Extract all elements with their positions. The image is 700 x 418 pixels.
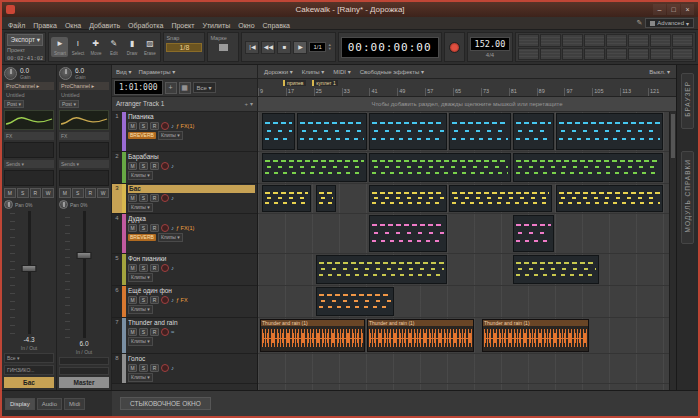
midi-clip[interactable] [369, 215, 447, 252]
audio-clip[interactable]: Thunder and rain (1) [260, 319, 365, 352]
audio-clip[interactable]: Thunder and rain (1) [482, 319, 589, 352]
track-header-5[interactable]: 5Фон пианикиMSR♪Клипы ▾ [112, 254, 257, 286]
track-lane-4[interactable] [258, 214, 669, 254]
pane-menu-2[interactable]: Клипы ▾ [302, 68, 325, 75]
track-lane-3[interactable] [258, 184, 669, 214]
menu-item-4[interactable]: Добавить [85, 22, 124, 29]
module-button-11[interactable] [562, 48, 583, 61]
grid-button[interactable]: ▦ [179, 82, 191, 94]
fx-rack-header[interactable]: FX [4, 132, 54, 140]
track-s-button[interactable]: S [139, 364, 148, 372]
tool-draw-button[interactable]: ▮Draw [123, 37, 140, 57]
loop-spinner[interactable]: ▲▼ [328, 43, 332, 51]
track-fx-button[interactable]: ƒ FX(1) [176, 225, 194, 231]
workspace-dropdown[interactable]: Advanced ▾ [645, 18, 694, 28]
midi-clip[interactable] [556, 113, 663, 150]
track-arm-button[interactable] [161, 194, 169, 202]
track-s-button[interactable]: S [139, 122, 148, 130]
strip-s-button[interactable]: S [72, 188, 84, 198]
track-s-button[interactable]: S [139, 296, 148, 304]
track-arm-button[interactable] [161, 122, 169, 130]
pan-knob[interactable] [4, 200, 13, 209]
menu-item-1[interactable]: Файл [4, 22, 29, 29]
track-header-2[interactable]: 2БарабаныMSR♪Клипы ▾ [112, 152, 257, 184]
module-button-6[interactable] [628, 34, 649, 47]
track-header-4[interactable]: 4ДудкаMSR♪ƒ FX(1)BREVERBКлипы ▾ [112, 214, 257, 254]
fx-rack[interactable] [4, 142, 54, 158]
volume-fader[interactable] [4, 211, 54, 334]
minimize-button[interactable]: – [653, 4, 666, 15]
export-button[interactable]: Экспорт ▾ [7, 34, 43, 46]
track-m-button[interactable]: M [128, 328, 137, 336]
snap-value[interactable]: 1/8 [166, 43, 202, 52]
module-button-5[interactable] [606, 34, 627, 47]
track-r-button[interactable]: R [150, 364, 159, 372]
strip-w-button[interactable]: W [97, 188, 109, 198]
prochannel-header[interactable]: ProChannel ▸ [59, 82, 109, 90]
arranger-add-icon[interactable]: + [244, 97, 248, 111]
help-module-tab[interactable]: МОДУЛЬ СПРАВКИ [681, 151, 694, 244]
strip-r-button[interactable]: R [85, 188, 97, 198]
clips-pane[interactable]: Thunder and rain (1)Thunder and rain (1)… [258, 112, 676, 390]
track-s-button[interactable]: S [139, 162, 148, 170]
module-button-16[interactable] [672, 48, 693, 61]
module-button-7[interactable] [650, 34, 671, 47]
track-fx-button[interactable]: ƒ FX [176, 297, 188, 303]
strip-m-button[interactable]: M [59, 188, 71, 198]
track-r-button[interactable]: R [150, 224, 159, 232]
mute-button[interactable]: Выкл. ▾ [649, 68, 670, 75]
track-header-1[interactable]: 1ПианикаMSR♪ƒ FX(1)BREVERBКлипы ▾ [112, 112, 257, 152]
vertical-scrollbar[interactable] [669, 112, 676, 390]
strip-w-button[interactable]: W [42, 188, 54, 198]
sends-area[interactable] [59, 170, 109, 186]
output-dropdown[interactable]: ГИНЗИКО... [4, 365, 54, 375]
track-clips-dropdown[interactable]: Клипы ▾ [128, 337, 153, 346]
midi-clip[interactable] [297, 113, 367, 150]
track-arm-button[interactable] [161, 264, 169, 272]
track-lanes[interactable]: Thunder and rain (1)Thunder and rain (1)… [258, 112, 669, 390]
track-clips-dropdown[interactable]: Клипы ▾ [128, 305, 153, 314]
fx-plugin-tag[interactable]: BREVERB [128, 234, 156, 241]
tempo-display[interactable]: 152.00 [470, 37, 511, 51]
track-clips-dropdown[interactable]: Клипы ▾ [128, 373, 153, 382]
eq-thumbnail[interactable] [59, 110, 109, 130]
midi-clip[interactable] [262, 113, 295, 150]
strip-s-button[interactable]: S [17, 188, 29, 198]
tool-select-button[interactable]: ISelect [69, 37, 86, 57]
menu-item-5[interactable]: Обработка [124, 22, 167, 29]
module-button-3[interactable] [562, 34, 583, 47]
menu-item-2[interactable]: Правка [29, 22, 61, 29]
sends-header[interactable]: Sends ▾ [4, 160, 54, 168]
add-button[interactable]: + [165, 82, 177, 94]
timeline-marker-2[interactable]: куплет 1 [312, 80, 337, 86]
midi-clip[interactable] [369, 113, 447, 150]
arranger-hint[interactable]: Чтобы добавить раздел, дважды щелкните м… [258, 97, 676, 112]
export-target-dropdown[interactable]: Проект [7, 46, 43, 54]
timeline-marker-1[interactable]: припев [283, 80, 305, 86]
track-clips-dropdown[interactable]: Клипы ▾ [128, 171, 153, 180]
fx-rack-header[interactable]: FX [59, 132, 109, 140]
stop-button[interactable]: ■ [277, 41, 291, 54]
midi-clip[interactable] [513, 215, 554, 252]
edit-workspace-icon[interactable]: ✎ [636, 19, 642, 27]
fx-plugin-tag[interactable]: BREVERB [128, 132, 156, 139]
midi-clip[interactable] [262, 153, 367, 182]
track-s-button[interactable]: S [139, 194, 148, 202]
module-button-9[interactable] [518, 48, 539, 61]
marker-flag-icon[interactable] [219, 44, 228, 51]
pane-menu-3[interactable]: MIDI ▾ [333, 68, 350, 75]
fx-rack[interactable] [59, 142, 109, 158]
prochannel-header[interactable]: ProChannel ▸ [4, 82, 54, 90]
view-menu-2[interactable]: Параметры ▾ [139, 68, 176, 75]
volume-fader[interactable] [59, 211, 109, 338]
sends-header[interactable]: Sends ▾ [59, 160, 109, 168]
eq-thumbnail[interactable] [4, 110, 54, 130]
track-arm-button[interactable] [161, 162, 169, 170]
module-button-8[interactable] [672, 34, 693, 47]
track-r-button[interactable]: R [150, 264, 159, 272]
tool-edit-button[interactable]: ✎Edit [105, 37, 122, 57]
track-lane-5[interactable] [258, 254, 669, 286]
midi-clip[interactable] [316, 255, 448, 284]
track-r-button[interactable]: R [150, 162, 159, 170]
track-arm-button[interactable] [161, 328, 169, 336]
